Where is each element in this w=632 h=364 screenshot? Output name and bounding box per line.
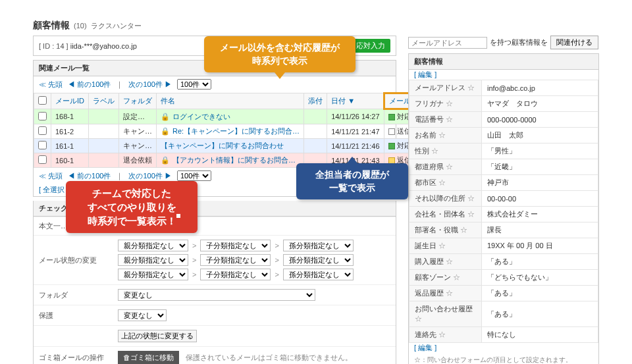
table-row[interactable]: 168-1設定…🔒ログインできない14/11/26 14:27対応完了菊池	[34, 109, 469, 124]
info-value: 「どちらでもない」	[482, 270, 598, 286]
info-value: 株式会社ダミー	[482, 207, 598, 222]
edit-link-top[interactable]: [ 編集 ]	[409, 68, 442, 81]
lock-icon: 🔒	[161, 127, 170, 135]
cell-label	[89, 124, 119, 139]
info-key: 連絡先 ☆	[409, 327, 482, 343]
cell-id: 168-1	[51, 109, 89, 124]
info-key: フリガナ ☆	[409, 96, 482, 112]
link-customer-search: を持つ顧客情報を 関連付ける	[408, 36, 599, 49]
info-key: 部署名・役職 ☆	[409, 222, 482, 238]
cell-id: 160-1	[51, 153, 89, 168]
cell-label	[89, 139, 119, 153]
table-row[interactable]: 161-2キャン…🔒Re:【キャンペーン】に関するお問合…14/11/21 21…	[34, 124, 469, 139]
cell-subject[interactable]: 🔒【アカウント情報】に関するお問合…	[157, 153, 304, 168]
col-folder[interactable]: フォルダ	[119, 93, 157, 109]
info-value: 19XX 年 00 月 00 日	[482, 238, 598, 254]
info-value: ヤマダ タロウ	[482, 96, 598, 112]
info-value: 00-00-00	[482, 191, 598, 207]
callout-blue: 全担当者の履歴が一覧で表示	[296, 163, 408, 199]
cell-attach	[304, 109, 327, 124]
cell-date: 14/11/21 21:47	[327, 124, 384, 139]
info-key: 都市区 ☆	[409, 175, 482, 191]
info-value: 「ある」	[482, 286, 598, 301]
link-button[interactable]: 関連付ける	[550, 36, 598, 49]
info-value: 「ある」	[482, 254, 598, 270]
pager-prev[interactable]: ◀ 前の100件	[68, 80, 111, 90]
col-subject[interactable]: 件名	[157, 93, 304, 109]
cell-id: 161-1	[51, 139, 89, 153]
info-key: 顧客ゾーン ☆	[409, 270, 482, 286]
cell-folder: 設定…	[119, 109, 157, 124]
info-key: 会社名・団体名 ☆	[409, 207, 482, 222]
protect-select[interactable]: 変更なし	[118, 309, 167, 321]
cell-label	[89, 109, 119, 124]
info-key: 電話番号 ☆	[409, 112, 482, 128]
cell-date: 14/11/21 21:46	[327, 139, 384, 153]
select-all[interactable]: [ 全選択	[39, 186, 65, 194]
callout-orange: メール以外を含む対応履歴が時系列で表示	[204, 36, 356, 72]
callout-red: チームで対応したすべてのやり取りを時系列で一覧表示！	[66, 181, 198, 233]
info-value: 「ある」	[482, 301, 598, 327]
cell-label	[89, 153, 119, 168]
page-header: 顧客情報 (10) ラクスハンター	[33, 20, 599, 32]
col-date[interactable]: 日付 ▼	[327, 93, 384, 109]
cell-subject[interactable]: 🔒Re:【キャンペーン】に関するお問合…	[157, 124, 304, 139]
move-to-trash-button[interactable]: 🗑ゴミ箱に移動	[118, 351, 179, 364]
info-key: 返品履歴 ☆	[409, 286, 482, 301]
status-icon	[388, 128, 395, 135]
apply-status-button[interactable]: 上記の状態に変更する	[118, 330, 197, 342]
folder-select[interactable]: 変更なし	[118, 289, 315, 301]
status-icon	[388, 114, 395, 120]
search-input[interactable]	[408, 37, 487, 49]
info-key: 都道府県 ☆	[409, 159, 482, 175]
pager-first[interactable]: ≪ 先頭	[39, 80, 63, 90]
col-attach[interactable]: 添付	[304, 93, 327, 109]
cell-attach	[304, 124, 327, 139]
cell-date: 14/11/26 14:27	[327, 109, 384, 124]
lock-icon: 🔒	[161, 156, 170, 164]
cell-subject[interactable]: 【キャンペーン】に関するお問合わせ	[157, 139, 304, 153]
info-value: 神戸市	[482, 175, 598, 191]
cell-folder: キャン…	[119, 139, 157, 153]
lock-icon: 🔒	[161, 113, 170, 120]
cell-subject[interactable]: 🔒ログインできない	[157, 109, 304, 124]
col-id[interactable]: メールID	[51, 93, 89, 109]
info-key: 購入履歴 ☆	[409, 254, 482, 270]
status-icon	[388, 143, 395, 149]
cell-folder: 退会依頼	[119, 153, 157, 168]
cell-folder: キャン…	[119, 124, 157, 139]
info-value: 「男性」	[482, 143, 598, 159]
customer-info-panel: 顧客情報 [ 編集 ] メールアドレス ☆info@abc.co.jpフリガナ …	[408, 53, 599, 364]
info-key: お問い合わせ履歴 ☆	[409, 301, 482, 327]
table-row[interactable]: 161-1キャン…【キャンペーン】に関するお問合わせ14/11/21 21:46…	[34, 139, 469, 153]
info-key: メールアドレス ☆	[409, 80, 482, 96]
info-key: それ以降の住所 ☆	[409, 191, 482, 207]
info-key: 性別 ☆	[409, 143, 482, 159]
record-email: iida-***@yahoo.co.jp	[70, 42, 137, 50]
edit-link-bottom[interactable]: [ 編集 ]	[409, 341, 442, 354]
info-value: 山田 太郎	[482, 128, 598, 143]
info-key: 誕生日 ☆	[409, 238, 482, 254]
record-id: [ ID : 14 ]	[39, 42, 68, 50]
info-value: 課長	[482, 222, 598, 238]
pager-next[interactable]: 次の100件 ▶	[128, 80, 171, 90]
info-key: お名前 ☆	[409, 128, 482, 143]
cell-id: 161-2	[51, 124, 89, 139]
response-entry-button[interactable]: 応対入力	[351, 39, 390, 53]
info-value: 000-0000-0000	[482, 112, 598, 128]
col-check[interactable]	[34, 93, 51, 109]
page-title: 顧客情報	[33, 20, 70, 32]
info-value: info@abc.co.jp	[482, 80, 598, 96]
info-value: 「近畿」	[482, 159, 598, 175]
cell-attach	[304, 139, 327, 153]
status-icon	[388, 157, 395, 164]
mail-table: メールID ラベル フォルダ 件名 添付 日付 ▼ メール状態 担当者 168-…	[34, 92, 470, 168]
per-page-select[interactable]: 100件	[177, 79, 211, 90]
pager-top: ≪ 先頭 ◀ 前の100件 ｜ 次の100件 ▶ 100件	[34, 76, 396, 92]
info-value: 特になし	[482, 327, 598, 343]
col-label[interactable]: ラベル	[89, 93, 119, 109]
